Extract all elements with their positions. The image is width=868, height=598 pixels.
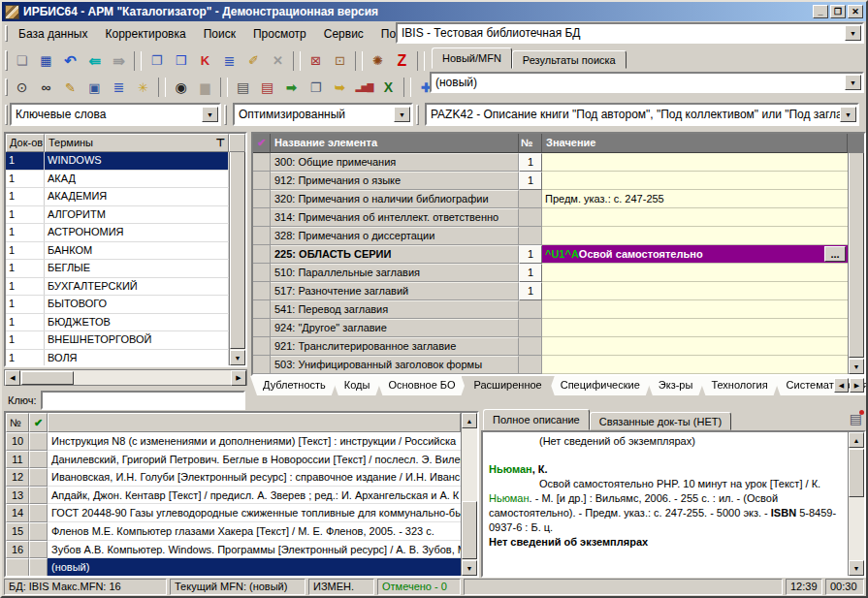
- field-value-cell[interactable]: ...: [542, 208, 848, 227]
- record-row[interactable]: 13 Апдайк, Джон. Кентавр [Текст] / преди…: [6, 487, 461, 505]
- dropdown-arrow-icon[interactable]: ▼: [202, 107, 218, 122]
- excel-icon[interactable]: X: [376, 76, 401, 99]
- search-mode-combo[interactable]: Оптимизированный ▼: [233, 103, 413, 126]
- clear-form-icon[interactable]: ✳: [131, 76, 155, 99]
- record-row[interactable]: 12 Ивановская, И.Н. Голуби [Электронный …: [6, 468, 461, 487]
- dropdown-arrow-icon[interactable]: ▼: [845, 75, 861, 90]
- pin-icon[interactable]: ⊤: [215, 135, 225, 151]
- sheet-tab[interactable]: Технология: [698, 376, 780, 395]
- field-select-cell[interactable]: [253, 319, 271, 337]
- toolbar-grip[interactable]: [5, 79, 8, 96]
- dropdown-arrow-icon[interactable]: ▼: [840, 107, 856, 122]
- term-row[interactable]: 1 БЫТОВОГО: [6, 296, 229, 314]
- record-check-cell[interactable]: [29, 487, 48, 505]
- field-occurrence-cell[interactable]: [519, 356, 542, 374]
- delete-record-icon[interactable]: ⊠: [304, 49, 328, 73]
- title-bar[interactable]: ИРБИС64 - АРМ "Каталогизатор" - Демонстр…: [2, 2, 866, 21]
- undo-icon[interactable]: ↶: [58, 49, 82, 73]
- field-value-cell[interactable]: ...: [542, 264, 848, 282]
- field-occurrence-cell[interactable]: [519, 208, 542, 227]
- key-input[interactable]: [41, 391, 245, 410]
- field-value-cell[interactable]: ...: [542, 337, 848, 356]
- toolbar-button[interactable]: [417, 51, 425, 71]
- statistics-icon[interactable]: ▂▅▇: [352, 76, 376, 99]
- close-button[interactable]: ✕: [848, 5, 863, 18]
- field-grid-scrollbar[interactable]: ▲ ▼: [848, 134, 864, 374]
- record-row[interactable]: 16 Зубов А.В. Компьютер. Windows. Програ…: [6, 541, 461, 559]
- search-edit-icon[interactable]: ✎: [58, 76, 82, 99]
- field-value-cell[interactable]: ...: [542, 282, 848, 300]
- term-row[interactable]: 1 БУХГАЛТЕРСКИЙ: [6, 278, 229, 297]
- record-row[interactable]: 15 Фленов М.Е. Компьютер глазами Хакера …: [6, 522, 461, 541]
- field-select-cell[interactable]: [253, 190, 271, 208]
- record-list-scrollbar[interactable]: ▲ ▼: [461, 413, 477, 576]
- scroll-thumb[interactable]: [230, 150, 245, 349]
- scroll-thumb[interactable]: [21, 371, 74, 385]
- scroll-down-icon[interactable]: ▼: [462, 560, 477, 576]
- tree-view-icon[interactable]: ≣: [217, 49, 241, 73]
- scroll-down-icon[interactable]: ▼: [230, 350, 245, 365]
- record-row[interactable]: 10 Инструкция N8 (с изменениями и дополн…: [6, 432, 461, 451]
- scroll-thumb[interactable]: [462, 501, 477, 559]
- record-row[interactable]: 14 ГОСТ 20448-90 Газы углеводородные сжи…: [6, 504, 461, 522]
- terms-term-header[interactable]: Термины ⊤: [45, 134, 229, 152]
- restore-record-icon[interactable]: ⊡: [328, 49, 352, 73]
- sheet-tab[interactable]: Расширенное: [462, 376, 555, 395]
- field-name-cell[interactable]: 924: "Другое" заглавие: [271, 319, 519, 337]
- copy-icon[interactable]: ❐: [304, 76, 328, 99]
- term-row[interactable]: 1 БАНКОМ: [6, 242, 229, 261]
- record-check-cell[interactable]: [29, 558, 48, 577]
- field-value-cell[interactable]: ...: [542, 172, 848, 190]
- field-occurrence-cell[interactable]: 1: [519, 245, 542, 264]
- scroll-down-icon[interactable]: ▼: [849, 359, 864, 374]
- terms-hscrollbar[interactable]: ◀ ▶: [4, 369, 247, 386]
- copy-record-icon[interactable]: ❐: [145, 49, 169, 73]
- field-value-cell[interactable]: ...: [542, 300, 848, 319]
- sheet-tab[interactable]: Экз-ры: [646, 376, 706, 395]
- field-select-cell[interactable]: [253, 337, 271, 356]
- terms-count-header[interactable]: Док-ов: [6, 134, 45, 152]
- export-icon[interactable]: ➡: [279, 76, 304, 99]
- field-occurrence-cell[interactable]: [519, 300, 542, 319]
- field-select-cell[interactable]: [253, 227, 271, 245]
- sheet-tab[interactable]: Коды: [332, 376, 383, 395]
- toolbar-grip[interactable]: [224, 105, 227, 125]
- record-check-cell[interactable]: [29, 468, 48, 487]
- field-value-cell[interactable]: ...: [542, 227, 848, 245]
- toolbar-grip[interactable]: [5, 50, 8, 70]
- record-tab[interactable]: Результаты поиска: [512, 50, 627, 69]
- database-combo[interactable]: IBIS - Тестовая библиотечная БД ▼: [396, 22, 864, 44]
- record-check-header[interactable]: ✔: [29, 413, 48, 432]
- expand-value-button[interactable]: ...: [824, 246, 846, 262]
- irbis-paw-icon[interactable]: ✺: [366, 49, 390, 73]
- sheet-tab[interactable]: Дублетность: [250, 376, 338, 395]
- toolbar-button[interactable]: [220, 78, 228, 97]
- field-name-cell[interactable]: 328: Примечания о диссертации: [271, 227, 519, 245]
- search-screen-icon[interactable]: ▣: [82, 76, 107, 99]
- field-name-header[interactable]: Название элемента: [271, 134, 519, 153]
- field-name-cell[interactable]: 300: Общие примечания: [271, 153, 519, 172]
- print-worksheet-icon[interactable]: K: [193, 49, 217, 73]
- toolbar-button[interactable]: [403, 78, 411, 97]
- scroll-left-icon[interactable]: ◀: [5, 370, 20, 386]
- field-select-cell[interactable]: [253, 208, 271, 227]
- open-folder-icon[interactable]: ▆: [193, 76, 217, 99]
- dropdown-arrow-icon[interactable]: ▼: [394, 107, 410, 122]
- term-row[interactable]: 1 ВОЛЯ: [6, 350, 229, 368]
- menu-item[interactable]: Корректировка: [96, 22, 194, 46]
- toolbar-button[interactable]: [158, 78, 166, 97]
- field-name-cell[interactable]: 921: Транслитерированное заглавие: [271, 337, 519, 356]
- view-record-icon[interactable]: ◉: [169, 76, 193, 99]
- field-name-cell[interactable]: 225: ОБЛАСТЬ СЕРИИ: [271, 245, 519, 264]
- term-row[interactable]: 1 АЛГОРИТМ: [6, 206, 229, 225]
- field-select-cell[interactable]: [253, 282, 271, 300]
- term-row[interactable]: 1 АКАД: [6, 171, 229, 189]
- dictionary-combo[interactable]: Ключевые слова ▼: [10, 103, 221, 126]
- toolbar-grip[interactable]: [416, 105, 419, 125]
- menu-item[interactable]: Поиск: [195, 22, 244, 46]
- print-form-icon[interactable]: ▤: [255, 76, 279, 99]
- field-name-cell[interactable]: 320: Примечания о наличии библиографии: [271, 190, 519, 208]
- search-binoculars-icon[interactable]: ∞: [34, 76, 58, 99]
- record-check-cell[interactable]: [29, 504, 48, 522]
- record-row[interactable]: 11 Данилевский, Григорий Петрович. Беглы…: [6, 451, 461, 469]
